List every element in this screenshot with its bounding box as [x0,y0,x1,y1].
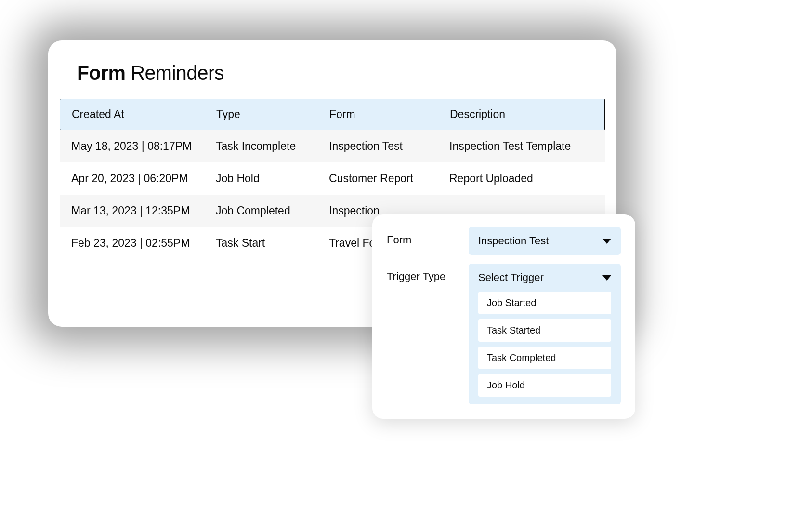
cell-form: Customer Report [329,172,449,185]
caret-down-icon [602,239,611,244]
header-form[interactable]: Form [329,108,450,121]
cell-created-at: Apr 20, 2023 | 06:20PM [71,172,216,185]
cell-created-at: May 18, 2023 | 08:17PM [71,140,216,153]
trigger-option-task-completed[interactable]: Task Completed [478,347,611,369]
trigger-option-job-started[interactable]: Job Started [478,292,611,314]
trigger-option-task-started[interactable]: Task Started [478,319,611,342]
trigger-placeholder: Select Trigger [478,271,544,284]
trigger-select-row: Trigger Type Select Trigger Job Started … [387,264,621,404]
cell-type: Job Hold [216,172,329,185]
cell-description: Report Uploaded [449,172,593,185]
form-select-row: Form Inspection Test [387,227,621,255]
trigger-popup: Form Inspection Test Trigger Type Select… [372,214,635,419]
header-description[interactable]: Description [450,108,593,121]
cell-created-at: Feb 23, 2023 | 02:55PM [71,237,216,250]
caret-down-icon [602,275,611,281]
cell-type: Task Start [216,237,329,250]
header-type[interactable]: Type [216,108,329,121]
trigger-label: Trigger Type [387,264,469,283]
trigger-select[interactable]: Select Trigger [478,269,611,292]
form-label: Form [387,227,469,246]
form-select-value: Inspection Test [478,235,549,247]
trigger-option-job-hold[interactable]: Job Hold [478,374,611,397]
header-created-at[interactable]: Created At [72,108,216,121]
cell-created-at: Mar 13, 2023 | 12:35PM [71,204,216,217]
cell-description: Inspection Test Template [449,140,593,153]
form-select[interactable]: Inspection Test [469,227,621,255]
page-title: Form Reminders [48,60,616,99]
table-row[interactable]: May 18, 2023 | 08:17PM Task Incomplete I… [60,130,605,162]
table-header-row: Created At Type Form Description [60,99,605,130]
cell-type: Task Incomplete [216,140,329,153]
cell-form: Inspection Test [329,140,449,153]
trigger-dropdown: Select Trigger Job Started Task Started … [469,264,621,404]
cell-type: Job Completed [216,204,329,217]
title-light: Reminders [126,62,224,84]
table-row[interactable]: Apr 20, 2023 | 06:20PM Job Hold Customer… [60,162,605,195]
title-bold: Form [77,62,126,84]
